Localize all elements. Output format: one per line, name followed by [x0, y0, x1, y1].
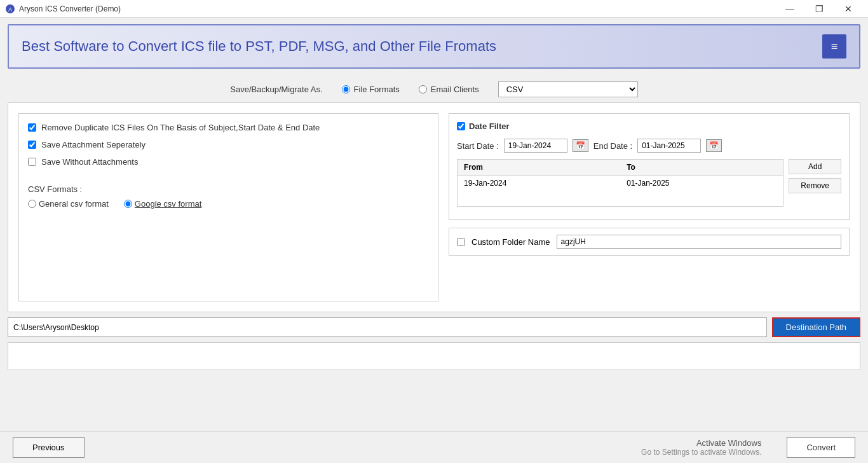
format-select[interactable]: CSV PST PDF MSG EML [498, 81, 638, 97]
titlebar: A Aryson ICS Converter (Demo) — ❐ ✕ [0, 0, 868, 18]
date-table-container: From To 19-Jan-2024 01-Jan-2025 [457, 159, 783, 207]
remove-duplicate-row[interactable]: Remove Duplicate ICS Files On The Basis … [28, 123, 429, 132]
saveas-row: Save/Backup/Migrate As. File Formats Ema… [0, 75, 868, 102]
csv-formats-section: CSV Formats : General csv format Google … [28, 184, 429, 209]
save-without-label[interactable]: Save Without Attachments [41, 157, 138, 167]
custom-folder-checkbox[interactable] [457, 238, 465, 246]
csv-formats-label: CSV Formats : [28, 184, 429, 194]
save-attachment-row[interactable]: Save Attachment Seperately [28, 140, 429, 149]
log-area [8, 342, 860, 370]
date-row: Start Date : 📅 End Date : 📅 [457, 139, 841, 153]
email-clients-radio[interactable] [419, 85, 427, 93]
save-without-checkbox[interactable] [28, 158, 36, 166]
start-date-label: Start Date : [457, 141, 499, 151]
window-controls: — ❐ ✕ [775, 0, 863, 18]
right-panel: Date Filter Start Date : 📅 End Date : 📅 … [449, 113, 850, 301]
app-icon: A [5, 4, 15, 14]
custom-folder-input[interactable] [557, 235, 841, 249]
end-date-calendar-button[interactable]: 📅 [706, 139, 722, 152]
from-column-header: From [458, 160, 620, 176]
save-without-row[interactable]: Save Without Attachments [28, 157, 429, 167]
start-date-calendar-button[interactable]: 📅 [573, 139, 588, 152]
custom-folder-label[interactable]: Custom Folder Name [471, 237, 550, 247]
date-filter-header: Date Filter [457, 121, 841, 131]
table-row-empty [458, 191, 783, 206]
previous-button[interactable]: Previous [13, 437, 85, 458]
save-attachment-checkbox[interactable] [28, 141, 36, 149]
header-banner: Best Software to Convert ICS file to PST… [8, 24, 860, 69]
remove-button[interactable]: Remove [789, 178, 841, 193]
general-csv-radio[interactable] [28, 200, 36, 208]
menu-button[interactable]: ≡ [822, 34, 846, 59]
to-column-header: To [620, 160, 783, 176]
date-filter-box: Date Filter Start Date : 📅 End Date : 📅 … [449, 113, 850, 220]
end-date-input[interactable] [637, 139, 701, 153]
from-cell: 19-Jan-2024 [458, 176, 620, 191]
add-remove-buttons: Add Remove [789, 159, 841, 193]
general-csv-label[interactable]: General csv format [28, 199, 109, 209]
left-panel: Remove Duplicate ICS Files On The Basis … [18, 113, 438, 301]
google-csv-radio[interactable] [124, 200, 132, 208]
custom-folder-box: Custom Folder Name [449, 228, 850, 256]
google-csv-label[interactable]: Google csv format [124, 199, 202, 209]
google-csv-text: Google csv format [135, 199, 202, 209]
destination-path-input[interactable] [8, 317, 767, 337]
to-cell: 01-Jan-2025 [620, 176, 783, 191]
file-formats-radio-group: File Formats [342, 85, 400, 94]
saveas-label: Save/Backup/Migrate As. [230, 85, 322, 94]
svg-text:A: A [8, 6, 12, 13]
close-button[interactable]: ✕ [834, 0, 863, 18]
bottom-bar: Previous Activate Windows Go to Settings… [0, 431, 868, 463]
date-table: From To 19-Jan-2024 01-Jan-2025 [458, 160, 783, 206]
start-date-input[interactable] [504, 139, 567, 153]
header-title: Best Software to Convert ICS file to PST… [22, 38, 496, 55]
csv-radio-group: General csv format Google csv format [28, 199, 429, 209]
file-formats-label[interactable]: File Formats [354, 85, 400, 94]
activate-windows-sub: Go to Settings to activate Windows. [641, 448, 761, 457]
activate-windows-title: Activate Windows [641, 438, 761, 448]
restore-button[interactable]: ❐ [804, 0, 834, 18]
destination-row: Destination Path [8, 317, 860, 337]
date-filter-table-row: From To 19-Jan-2024 01-Jan-2025 [457, 159, 841, 212]
email-clients-radio-group: Email Clients [419, 85, 479, 94]
date-filter-checkbox[interactable] [457, 122, 465, 130]
save-attachment-label[interactable]: Save Attachment Seperately [41, 140, 146, 149]
date-filter-title: Date Filter [469, 121, 510, 131]
activate-windows: Activate Windows Go to Settings to activ… [641, 438, 761, 457]
add-button[interactable]: Add [789, 159, 841, 174]
table-row: 19-Jan-2024 01-Jan-2025 [458, 176, 783, 191]
file-formats-radio[interactable] [342, 85, 350, 93]
minimize-button[interactable]: — [775, 0, 804, 18]
email-clients-label[interactable]: Email Clients [431, 85, 479, 94]
remove-duplicate-label[interactable]: Remove Duplicate ICS Files On The Basis … [41, 123, 320, 132]
main-area: Remove Duplicate ICS Files On The Basis … [8, 102, 860, 312]
destination-path-button[interactable]: Destination Path [772, 317, 860, 337]
titlebar-title: Aryson ICS Converter (Demo) [19, 4, 775, 13]
remove-duplicate-checkbox[interactable] [28, 123, 36, 132]
general-csv-text: General csv format [39, 199, 109, 209]
end-date-label: End Date : [593, 141, 632, 151]
convert-button[interactable]: Convert [787, 437, 855, 458]
